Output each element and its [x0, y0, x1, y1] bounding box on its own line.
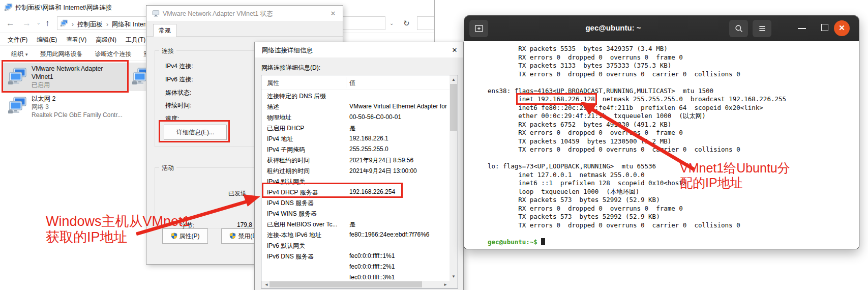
terminal-line: TX errors 0 dropped 0 overruns 0 carrier…	[488, 70, 859, 79]
breadcrumb-chevron-icon: ›	[71, 21, 75, 28]
terminal-output: RX packets 5535 bytes 3429357 (3.4 MB) R…	[488, 45, 859, 246]
connection-field-label: 持续时间:	[165, 101, 193, 114]
property-cell: IPv4 子网掩码	[267, 146, 305, 154]
vertical-scrollbar[interactable]: ▲ ▼	[450, 75, 458, 288]
property-cell: IPv6 DNS 服务器	[267, 252, 314, 261]
properties-button-label: 属性(P)	[179, 233, 200, 240]
menu-button[interactable]	[753, 20, 771, 37]
forward-arrow-icon[interactable]: →	[22, 18, 31, 28]
toolbar-item[interactable]: 组织▾	[5, 46, 34, 59]
breadcrumb: ›控制面板›网络和 Internet	[71, 19, 157, 29]
search-button[interactable]	[729, 20, 748, 37]
details-button[interactable]: 详细信息(E)...	[164, 125, 227, 140]
value-cell: fec0:0:0:ffff::3%1	[349, 274, 395, 281]
tab-general[interactable]: 常规	[153, 24, 176, 37]
property-cell: 描述	[267, 103, 279, 111]
menu-item[interactable]: 文件(F)	[3, 33, 32, 47]
terminal-line	[488, 78, 859, 87]
close-icon[interactable]: ✕	[328, 9, 338, 18]
details-listview: 属性 值 连接特定的 DNS 后缀描述VMware Virtual Ethern…	[261, 75, 458, 288]
value-cell: 是	[349, 220, 355, 229]
terminal-line	[488, 154, 859, 163]
table-row[interactable]: IPv4 子网掩码255.255.255.0	[261, 144, 451, 155]
menu-item[interactable]: 编辑(E)	[32, 33, 62, 47]
terminal-line: lo: flags=73<UP,LOOPBACK,RUNNING> mtu 65…	[488, 162, 859, 171]
up-arrow-icon[interactable]: ↑	[45, 18, 50, 28]
property-cell: IPv4 地址	[267, 135, 293, 143]
table-row[interactable]: IPv4 WINS 服务器	[261, 208, 451, 219]
table-row[interactable]: IPv4 DNS 服务器	[261, 197, 451, 208]
close-button[interactable]: ✕	[834, 20, 850, 36]
table-row[interactable]: 已启用 NetBIOS over Tc...是	[261, 219, 451, 229]
screenshot-stage: 控制面板\网络和 Internet\网络连接 ← → ⌄ ↑ ›控制面板›网络和…	[0, 0, 868, 290]
history-chevron-icon[interactable]: ⌄	[37, 20, 41, 25]
properties-button[interactable]: 属性(P)	[162, 228, 208, 244]
terminal-line: inet6 ::1 prefixlen 128 scopeid 0x10<hos…	[488, 179, 859, 188]
scroll-down-icon[interactable]: ▼	[450, 274, 458, 279]
table-row[interactable]: 物理地址00-50-56-C0-00-01	[261, 112, 451, 123]
menu-item[interactable]: 高级(N)	[91, 33, 121, 47]
address-dropdown-icon[interactable]: ⌄	[390, 20, 394, 26]
terminal-line	[488, 229, 859, 238]
property-cell: IPv4 WINS 服务器	[267, 210, 317, 218]
table-row[interactable]: IPv6 DNS 服务器fec0:0:0:ffff::1%1	[261, 251, 451, 262]
adapter-name: VMware Network Adapter	[32, 65, 103, 73]
new-tab-button[interactable]	[469, 20, 488, 37]
terminal-line: TX packets 3133 bytes 375333 (375.3 KB)	[488, 62, 859, 70]
table-row[interactable]: IPv4 DHCP 服务器192.168.226.254	[261, 187, 451, 197]
value-cell: fe80::1966:24ee:ebdf:7f76%6	[349, 231, 429, 238]
table-row[interactable]: 连接特定的 DNS 后缀	[261, 91, 451, 101]
terminal-line: RX packets 573 bytes 52992 (52.9 KB)	[488, 196, 859, 205]
terminal-body[interactable]: RX packets 5535 bytes 3429357 (3.4 MB) R…	[464, 41, 859, 249]
value-cell: 2021年9月24日 8:59:56	[349, 156, 413, 165]
adapter-item-ethernet2[interactable]: 以太网 2 网络 3 Realtek PCIe GbE Family Contr…	[3, 93, 127, 123]
value-cell: 是	[349, 124, 355, 133]
terminal-line: RX packets 5535 bytes 3429357 (3.4 MB)	[488, 45, 859, 53]
terminal-line: ens38: flags=4163<UP,BROADCAST,RUNNING,M…	[488, 87, 859, 96]
details-rows: 连接特定的 DNS 后缀描述VMware Virtual Ethernet Ad…	[261, 91, 451, 283]
scroll-right-icon[interactable]: ►	[441, 282, 450, 287]
terminal-line: TX errors 0 dropped 0 overruns 0 carrier…	[488, 221, 859, 230]
chevron-down-icon: ▾	[23, 52, 28, 57]
scrollbar-thumb[interactable]	[450, 84, 457, 131]
status-dialog-title: VMware Network Adapter VMnet1 状态	[163, 10, 273, 18]
connection-field-label: IPv4 连接:	[165, 62, 193, 75]
terminal-line: TX packets 573 bytes 52992 (52.9 KB)	[488, 213, 859, 221]
table-row[interactable]: 获得租约的时间2021年9月24日 8:59:56	[261, 155, 451, 165]
details-dialog-title: 网络连接详细信息	[262, 46, 313, 55]
back-arrow-icon[interactable]: ←	[6, 18, 15, 28]
maximize-button[interactable]	[821, 24, 828, 31]
value-cell: 192.168.226.254	[349, 188, 395, 195]
column-property[interactable]: 属性	[267, 79, 279, 88]
property-cell: IPv4 默认网关	[267, 178, 305, 186]
horizontal-scrollbar[interactable]: ◄ ►	[261, 281, 451, 288]
scrollbar-thumb[interactable]	[270, 281, 422, 287]
table-row[interactable]: 描述VMware Virtual Ethernet Adapter for	[261, 101, 451, 112]
menu-item[interactable]: 查看(V)	[62, 33, 91, 47]
minimize-button[interactable]	[798, 28, 806, 29]
property-cell: 连接特定的 DNS 后缀	[267, 92, 326, 101]
listview-header: 属性 值	[261, 75, 451, 90]
toolbar-item[interactable]: 诊断这个连接	[89, 46, 138, 59]
table-row[interactable]: IPv6 默认网关	[261, 240, 451, 251]
adapter-item-vmnet1[interactable]: VMware Network Adapter VMnet1 已启用	[3, 63, 127, 91]
table-row[interactable]: 连接-本地 IPv6 地址fe80::1966:24ee:ebdf:7f76%6	[261, 229, 451, 240]
search-icon	[734, 24, 743, 33]
table-row[interactable]: IPv4 默认网关	[261, 176, 451, 187]
network-connections-icon	[4, 3, 13, 12]
adapter-network: 网络 3	[32, 103, 123, 111]
column-value[interactable]: 值	[349, 79, 355, 88]
refresh-icon[interactable]: ↻	[403, 19, 410, 28]
scroll-up-icon[interactable]: ▲	[450, 77, 458, 82]
adapter-name-2: VMnet1	[32, 73, 103, 81]
table-row[interactable]: fec0:0:0:ffff::2%1	[261, 262, 451, 272]
property-cell: IPv4 DHCP 服务器	[267, 188, 318, 197]
terminal-title: gec@ubuntu: ~	[495, 23, 732, 32]
breadcrumb-item[interactable]: 控制面板	[75, 21, 105, 28]
table-row[interactable]: IPv4 地址192.168.226.1	[261, 133, 451, 144]
table-row[interactable]: 已启用 DHCP是	[261, 123, 451, 133]
search-box[interactable]	[417, 16, 434, 30]
table-row[interactable]: 租约过期的时间2021年9月24日 13:00:00	[261, 165, 451, 176]
toolbar-item[interactable]: 禁用此网络设备	[34, 46, 89, 59]
close-icon[interactable]: ✕	[450, 46, 459, 55]
